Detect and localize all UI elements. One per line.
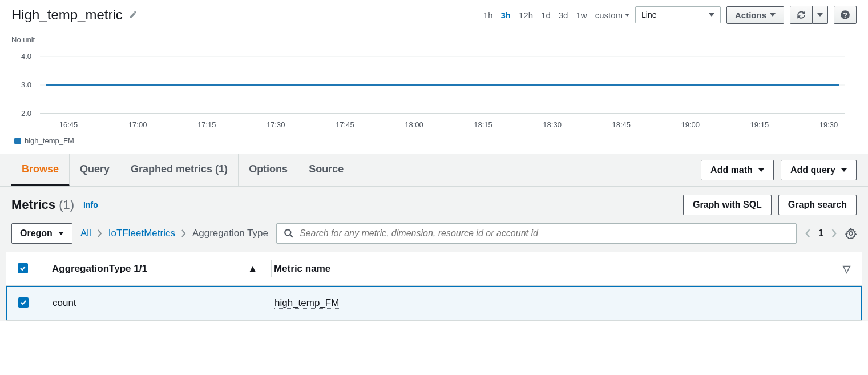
pager: 1 — [805, 228, 837, 239]
time-range-12h[interactable]: 12h — [519, 10, 533, 20]
y-tick-4: 4.0 — [21, 52, 31, 61]
refresh-button[interactable] — [790, 6, 813, 24]
sort-asc-icon: ▲ — [248, 263, 257, 275]
y-tick-2: 2.0 — [21, 109, 31, 118]
svg-text:19:00: 19:00 — [681, 120, 700, 129]
line-chart[interactable]: 4.0 3.0 2.0 16:45 17:00 17:15 17:30 17:4… — [11, 49, 857, 134]
caret-down-icon — [841, 168, 847, 172]
select-all-cell — [18, 263, 52, 275]
breadcrumb: All IoTFleetMetrics Aggregation Type — [80, 228, 268, 239]
info-link[interactable]: Info — [83, 200, 98, 209]
tab-actions: Add math Add query — [701, 154, 857, 186]
search-input[interactable] — [300, 228, 789, 239]
region-select[interactable]: Oregon — [11, 223, 72, 244]
metrics-table: AggregationType 1/1 ▲ Metric name ▽ coun… — [6, 252, 862, 321]
time-range-1w[interactable]: 1w — [576, 10, 587, 20]
svg-text:18:30: 18:30 — [543, 120, 562, 129]
svg-text:18:45: 18:45 — [612, 120, 631, 129]
refresh-group — [790, 6, 828, 24]
tab-browse[interactable]: Browse — [11, 154, 70, 186]
page-number: 1 — [818, 228, 823, 239]
custom-label: custom — [595, 10, 623, 20]
time-range-1d[interactable]: 1d — [541, 10, 551, 20]
refresh-dropdown-button[interactable] — [813, 6, 828, 24]
y-tick-3: 3.0 — [21, 80, 31, 89]
col-aggregation-type[interactable]: AggregationType 1/1 ▲ — [52, 263, 269, 275]
tabs: Browse Query Graphed metrics (1) Options… — [11, 154, 701, 186]
metrics-heading-text: Metrics — [11, 197, 55, 212]
graph-with-sql-button[interactable]: Graph with SQL — [683, 195, 772, 215]
svg-text:17:00: 17:00 — [128, 120, 147, 129]
x-ticks: 16:45 17:00 17:15 17:30 17:45 18:00 18:1… — [59, 120, 838, 129]
add-math-label: Add math — [710, 165, 753, 175]
table-header: AggregationType 1/1 ▲ Metric name ▽ — [6, 252, 862, 286]
column-divider — [271, 260, 272, 277]
col-agg-label: AggregationType 1/1 — [52, 263, 147, 275]
caret-down-icon — [758, 168, 764, 172]
add-query-button[interactable]: Add query — [781, 160, 857, 180]
chart-type-value: Line — [641, 10, 656, 19]
row-agg-value: count — [53, 297, 269, 309]
chart-legend: high_temp_FM — [11, 136, 857, 145]
caret-down-icon — [709, 13, 714, 17]
caret-down-icon — [770, 13, 776, 17]
metrics-header: Metrics (1) Info Graph with SQL Graph se… — [0, 187, 868, 223]
caret-down-icon — [817, 13, 823, 17]
check-icon — [20, 299, 27, 306]
time-range-3d[interactable]: 3d — [559, 10, 568, 20]
time-range-picker: 1h 3h 12h 1d 3d 1w custom — [483, 10, 629, 20]
edit-title-icon[interactable] — [128, 10, 138, 19]
help-icon: ? — [840, 10, 850, 20]
help-button[interactable]: ? — [834, 6, 857, 24]
col-metric-name[interactable]: Metric name — [274, 263, 827, 275]
time-range-custom[interactable]: custom — [595, 10, 629, 20]
refresh-icon — [796, 10, 806, 20]
breadcrumb-namespace[interactable]: IoTFleetMetrics — [108, 228, 175, 239]
svg-line-15 — [290, 235, 293, 237]
breadcrumb-all[interactable]: All — [80, 228, 91, 239]
legend-label: high_temp_FM — [25, 136, 74, 145]
svg-text:17:15: 17:15 — [197, 120, 216, 129]
actions-label: Actions — [735, 10, 766, 20]
filter-row: Oregon All IoTFleetMetrics Aggregation T… — [0, 223, 868, 252]
tab-options[interactable]: Options — [239, 154, 298, 186]
add-math-button[interactable]: Add math — [701, 160, 774, 180]
svg-text:19:30: 19:30 — [819, 120, 838, 129]
select-all-checkbox[interactable] — [18, 263, 28, 273]
settings-icon[interactable] — [845, 228, 857, 239]
page-next[interactable] — [831, 229, 837, 238]
tabs-row: Browse Query Graphed metrics (1) Options… — [0, 154, 868, 187]
add-query-label: Add query — [790, 165, 835, 175]
tab-query[interactable]: Query — [70, 154, 120, 186]
svg-text:19:15: 19:15 — [750, 120, 769, 129]
lower-panel: Browse Query Graphed metrics (1) Options… — [0, 154, 868, 321]
tab-graphed-metrics[interactable]: Graphed metrics (1) — [120, 154, 239, 186]
row-check-cell — [18, 297, 53, 309]
metrics-count: (1) — [59, 197, 74, 212]
search-box[interactable] — [276, 223, 797, 244]
chart-type-select[interactable]: Line — [635, 6, 721, 23]
svg-text:16:45: 16:45 — [59, 120, 78, 129]
actions-button[interactable]: Actions — [726, 6, 784, 24]
table-row[interactable]: count high_temp_FM — [6, 286, 862, 320]
time-range-1h[interactable]: 1h — [483, 10, 493, 20]
metrics-title: Metrics (1) — [11, 197, 74, 212]
time-range-3h[interactable]: 3h — [501, 10, 511, 20]
row-checkbox[interactable] — [18, 297, 29, 308]
graph-search-button[interactable]: Graph search — [778, 195, 857, 215]
caret-down-icon — [58, 232, 64, 235]
legend-swatch — [14, 138, 21, 144]
breadcrumb-current: Aggregation Type — [192, 228, 268, 239]
svg-point-14 — [285, 229, 290, 235]
tab-source[interactable]: Source — [298, 154, 354, 186]
metrics-actions: Graph with SQL Graph search — [683, 195, 857, 215]
col-menu[interactable]: ▽ — [827, 263, 850, 275]
svg-text:17:45: 17:45 — [336, 120, 354, 129]
top-bar: High_temp_metric 1h 3h 12h 1d 3d 1w cust… — [0, 0, 868, 30]
chevron-right-icon — [97, 229, 103, 237]
chart-area: No unit 4.0 3.0 2.0 16:45 17:00 17:15 17… — [0, 30, 868, 148]
svg-text:?: ? — [843, 11, 847, 19]
page-prev[interactable] — [805, 229, 810, 238]
caret-down-icon — [625, 14, 629, 17]
y-axis-unit: No unit — [11, 35, 857, 44]
